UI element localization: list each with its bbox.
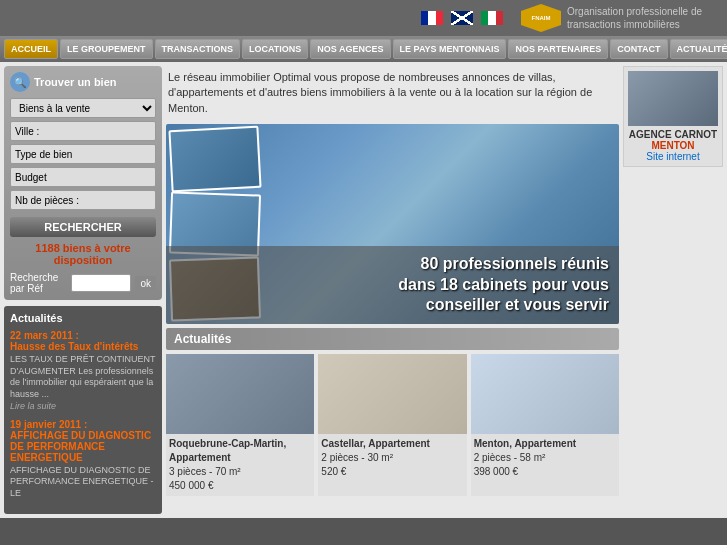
nav-groupement[interactable]: LE GROUPEMENT [60,39,153,59]
actu-date-1: 22 mars 2011 : [10,330,156,341]
actu-text-1: LES TAUX DE PRÊT CONTINUENT D'AUGMENTER … [10,354,156,401]
flag-fr-icon[interactable] [421,11,443,25]
agency-link[interactable]: Site internet [628,151,718,162]
nav-transactions[interactable]: TRANSACTIONS [155,39,241,59]
property-card-3[interactable]: Menton, Appartement 2 pièces - 58 m² 398… [471,354,619,496]
nav-partenaires[interactable]: NOS PARTENAIRES [508,39,608,59]
property-img-1 [166,354,314,434]
actu-headline-1[interactable]: Hausse des Taux d'intérêts [10,341,156,352]
logo-area: FNAIM Organisation professionelle de tra… [511,4,717,32]
nav-bar: ACCUEIL LE GROUPEMENT TRANSACTIONS LOCAT… [0,36,727,62]
actu-item-2: 19 janvier 2011 : AFFICHAGE DU DIAGNOSTI… [10,419,156,500]
header: FNAIM Organisation professionelle de tra… [0,0,727,36]
property-cards: Roquebrune-Cap-Martin, Appartement 3 piè… [166,354,619,496]
hero-text: 80 professionnels réunis dans 18 cabinet… [176,254,609,316]
type-bien-input[interactable] [10,144,156,164]
ref-input[interactable] [71,274,131,292]
sidebar-actualites: Actualités 22 mars 2011 : Hausse des Tau… [4,306,162,514]
actu-headline-2[interactable]: AFFICHAGE DU DIAGNOSTIC DE PERFORMANCE E… [10,430,156,463]
search-result: 1188 biens à votre disposition [10,242,156,266]
actu-date-2: 19 janvier 2011 : [10,419,156,430]
property-caption-3: Menton, Appartement 2 pièces - 58 m² 398… [471,434,619,482]
left-sidebar: 🔍 Trouver un bien Biens à la vente RECHE… [4,66,162,514]
actu-sidebar-title: Actualités [10,312,156,324]
nb-pieces-input[interactable] [10,190,156,210]
agency-card: AGENCE CARNOT MENTON Site internet [623,66,723,167]
agency-image [628,71,718,126]
budget-input[interactable] [10,167,156,187]
center-content: Le réseau immobilier Optimal vous propos… [166,66,619,514]
property-img-3 [471,354,619,434]
nav-pays[interactable]: LE PAYS MENTONNAIS [393,39,507,59]
fnaim-logo: FNAIM [521,4,561,32]
search-icon: 🔍 [10,72,30,92]
nav-accueil[interactable]: ACCUEIL [4,39,58,59]
flag-gb-icon[interactable] [451,11,473,25]
nav-contact[interactable]: CONTACT [610,39,667,59]
fnaim-tagline: Organisation professionelle de transacti… [567,5,717,31]
actu-item-1: 22 mars 2011 : Hausse des Taux d'intérêt… [10,330,156,411]
photo-thumb-1 [168,126,261,193]
ref-area: Recherche par Réf ok [10,272,156,294]
actu-bottom-title: Actualités [166,328,619,350]
actu-text-2: AFFICHAGE DU DIAGNOSTIC DE PERFORMANCE E… [10,465,156,500]
footer [0,518,727,532]
hero-slider: 80 professionnels réunis dans 18 cabinet… [166,124,619,324]
ville-input[interactable] [10,121,156,141]
property-card-1[interactable]: Roquebrune-Cap-Martin, Appartement 3 piè… [166,354,314,496]
hero-overlay: 80 professionnels réunis dans 18 cabinet… [166,246,619,324]
agency-name: AGENCE CARNOT [628,129,718,140]
main-content: 🔍 Trouver un bien Biens à la vente RECHE… [0,62,727,518]
property-caption-1: Roquebrune-Cap-Martin, Appartement 3 piè… [166,434,314,496]
ref-label: Recherche par Réf [10,272,67,294]
flag-it-icon[interactable] [481,11,503,25]
nav-actualites[interactable]: ACTUALITÉS [670,39,727,59]
property-img-2 [318,354,466,434]
intro-text: Le réseau immobilier Optimal vous propos… [166,66,619,120]
type-select[interactable]: Biens à la vente [10,98,156,118]
search-button[interactable]: RECHERCHER [10,217,156,237]
actu-more-1[interactable]: Lire la suite [10,401,156,411]
property-caption-2: Castellar, Appartement 2 pièces - 30 m² … [318,434,466,482]
nav-agences[interactable]: NOS AGENCES [310,39,390,59]
nav-locations[interactable]: LOCATIONS [242,39,308,59]
property-card-2[interactable]: Castellar, Appartement 2 pièces - 30 m² … [318,354,466,496]
ok-button[interactable]: ok [135,276,156,291]
search-title: 🔍 Trouver un bien [10,72,156,92]
agency-city: MENTON [628,140,718,151]
right-sidebar: AGENCE CARNOT MENTON Site internet [623,66,723,514]
search-box: 🔍 Trouver un bien Biens à la vente RECHE… [4,66,162,300]
